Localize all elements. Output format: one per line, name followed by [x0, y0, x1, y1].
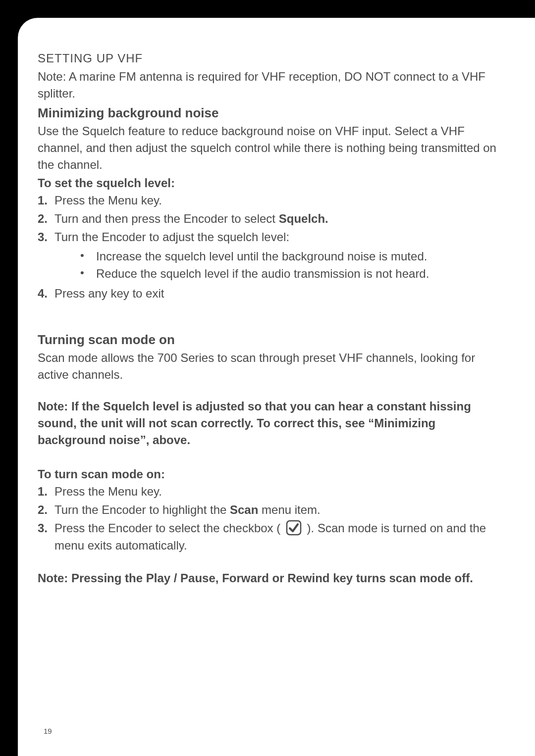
heading-scan-mode: Turning scan mode on — [38, 332, 505, 348]
subheading-set-squelch: To set the squelch level: — [38, 176, 505, 190]
bullet-icon: • — [80, 248, 96, 265]
scan-mode-body: Scan mode allows the 700 Series to scan … — [38, 350, 505, 383]
squelch-menu-label: Squelch. — [279, 212, 328, 225]
page-number: 19 — [44, 727, 52, 735]
step-number: 2. — [38, 502, 54, 519]
step-number: 2. — [38, 210, 54, 228]
subheading-turn-scan-on: To turn scan mode on: — [38, 467, 505, 481]
step-text: Press the Menu key. — [54, 483, 505, 501]
heading-minimize-noise: Minimizing background noise — [38, 105, 505, 121]
list-item: 2. Turn the Encoder to highlight the Sca… — [38, 502, 505, 519]
step-text: Press any key to exit — [54, 285, 505, 302]
list-item: 2. Turn and then press the Encoder to se… — [38, 210, 505, 228]
bullet-icon: • — [80, 265, 96, 282]
step-text: Turn the Encoder to highlight the Scan m… — [54, 502, 505, 519]
substep-text: Reduce the squelch level if the audio tr… — [96, 265, 429, 282]
step-number: 1. — [38, 483, 54, 501]
antenna-note: Note: A marine FM antenna is required fo… — [38, 68, 505, 101]
step-text: Press the Menu key. — [54, 192, 505, 209]
list-item: 3. Press the Encoder to select the check… — [38, 520, 505, 554]
squelch-scan-note: Note: If the Squelch level is adjusted s… — [38, 398, 505, 449]
step-number: 1. — [38, 192, 54, 209]
step-number: 3. — [38, 520, 54, 554]
scan-menu-label: Scan — [230, 503, 258, 516]
step-number: 4. — [38, 285, 54, 302]
step-text: Turn and then press the Encoder to selec… — [54, 210, 505, 228]
manual-page: SETTING UP VHF Note: A marine FM antenna… — [18, 18, 535, 756]
scan-off-note: Note: Pressing the Play / Pause, Forward… — [38, 570, 505, 587]
squelch-substeps: •Increase the squelch level until the ba… — [54, 248, 505, 282]
squelch-steps: 1. Press the Menu key. 2. Turn and then … — [38, 192, 505, 302]
substep-text: Increase the squelch level until the bac… — [96, 248, 427, 265]
list-item: •Reduce the squelch level if the audio t… — [80, 265, 505, 282]
list-item: •Increase the squelch level until the ba… — [80, 248, 505, 265]
scan-steps: 1. Press the Menu key. 2. Turn the Encod… — [38, 483, 505, 554]
step-text: Press the Encoder to select the checkbox… — [54, 520, 505, 554]
minimize-noise-body: Use the Squelch feature to reduce backgr… — [38, 123, 505, 173]
step-text: Turn the Encoder to adjust the squelch l… — [54, 229, 505, 284]
checkbox-checked-icon — [286, 520, 302, 536]
step-number: 3. — [38, 229, 54, 284]
list-item: 1. Press the Menu key. — [38, 192, 505, 209]
svg-rect-0 — [287, 521, 301, 535]
section-label: SETTING UP VHF — [38, 51, 505, 65]
list-item: 1. Press the Menu key. — [38, 483, 505, 501]
list-item: 3. Turn the Encoder to adjust the squelc… — [38, 229, 505, 284]
list-item: 4. Press any key to exit — [38, 285, 505, 302]
